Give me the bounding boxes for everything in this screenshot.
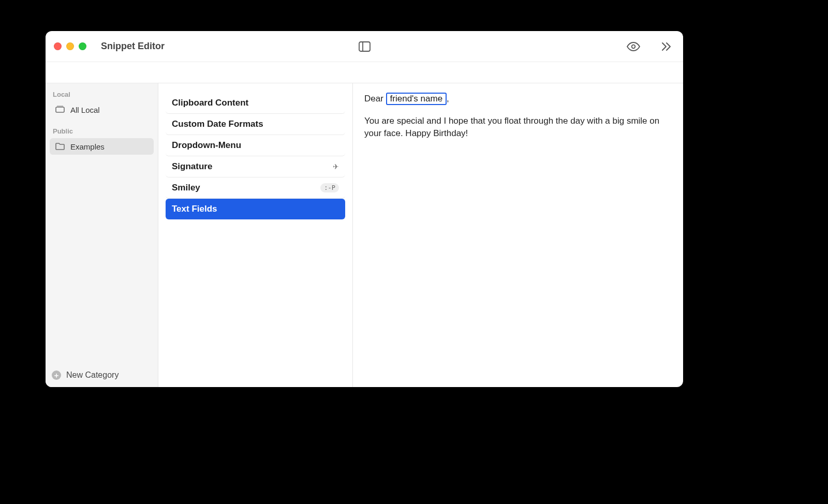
- zoom-window-button[interactable]: [79, 42, 86, 50]
- folder-icon: [55, 141, 65, 152]
- new-category-label: New Category: [66, 370, 119, 380]
- sidebar: Local All Local Public: [46, 83, 158, 387]
- minimize-window-button[interactable]: [66, 42, 74, 50]
- window-controls: [54, 42, 86, 50]
- svg-rect-0: [359, 42, 370, 51]
- snippet-label: Custom Date Formats: [172, 119, 263, 129]
- stack-icon: [55, 105, 65, 115]
- sidebar-section-local: Local: [46, 88, 158, 100]
- svg-rect-3: [56, 107, 64, 112]
- snippet-row-smiley[interactable]: Smiley :-P: [166, 177, 345, 199]
- snippet-row-custom-date-formats[interactable]: Custom Date Formats: [166, 114, 345, 135]
- text-field-token[interactable]: friend's name: [386, 93, 447, 105]
- sidebar-toggle-button[interactable]: [357, 39, 372, 54]
- snippet-list: Clipboard Content Custom Date Formats Dr…: [158, 83, 353, 387]
- chevrons-right-icon: [661, 41, 672, 52]
- snippet-row-signature[interactable]: Signature ✈︎: [166, 156, 345, 177]
- eye-icon: [626, 41, 641, 52]
- editor-pane[interactable]: Dear friend's name, You are special and …: [353, 83, 683, 387]
- close-window-button[interactable]: [54, 42, 62, 50]
- sidebar-item-label: All Local: [70, 106, 100, 114]
- greeting-prefix: Dear: [364, 94, 386, 103]
- sidebar-layout-icon: [359, 41, 371, 52]
- svg-point-2: [632, 45, 635, 48]
- sidebar-item-examples[interactable]: Examples: [50, 138, 154, 155]
- snippet-label: Signature: [172, 161, 212, 172]
- snippet-row-text-fields[interactable]: Text Fields: [166, 199, 345, 219]
- main-body: Local All Local Public: [46, 83, 683, 387]
- snippet-row-dropdown-menu[interactable]: Dropdown-Menu: [166, 135, 345, 156]
- snippet-label: Text Fields: [172, 204, 217, 214]
- snippet-label: Clipboard Content: [172, 98, 248, 108]
- sidebar-item-label: Examples: [70, 142, 105, 151]
- greeting-suffix: ,: [447, 94, 449, 103]
- snippet-row-clipboard-content[interactable]: Clipboard Content: [166, 93, 345, 114]
- titlebar: Snippet Editor: [46, 31, 683, 62]
- preview-button[interactable]: [626, 39, 641, 54]
- editor-line-greeting: Dear friend's name,: [364, 93, 672, 106]
- new-category-button[interactable]: ＋ New Category: [52, 370, 152, 380]
- overflow-menu-button[interactable]: [659, 39, 674, 54]
- app-window: Snippet Editor: [46, 31, 683, 387]
- snippet-trailing-badge: :-P: [320, 183, 339, 192]
- plus-circle-icon: ＋: [52, 370, 61, 380]
- snippet-label: Dropdown-Menu: [172, 140, 241, 151]
- snippet-trailing-glyph: ✈︎: [333, 162, 339, 171]
- editor-body-text: You are special and I hope that you floa…: [364, 115, 672, 140]
- sidebar-item-all-local[interactable]: All Local: [50, 101, 154, 118]
- sidebar-section-public: Public: [46, 125, 158, 137]
- snippet-label: Smiley: [172, 183, 200, 193]
- toolbar-secondary: [46, 62, 683, 83]
- app-title: Snippet Editor: [101, 41, 165, 52]
